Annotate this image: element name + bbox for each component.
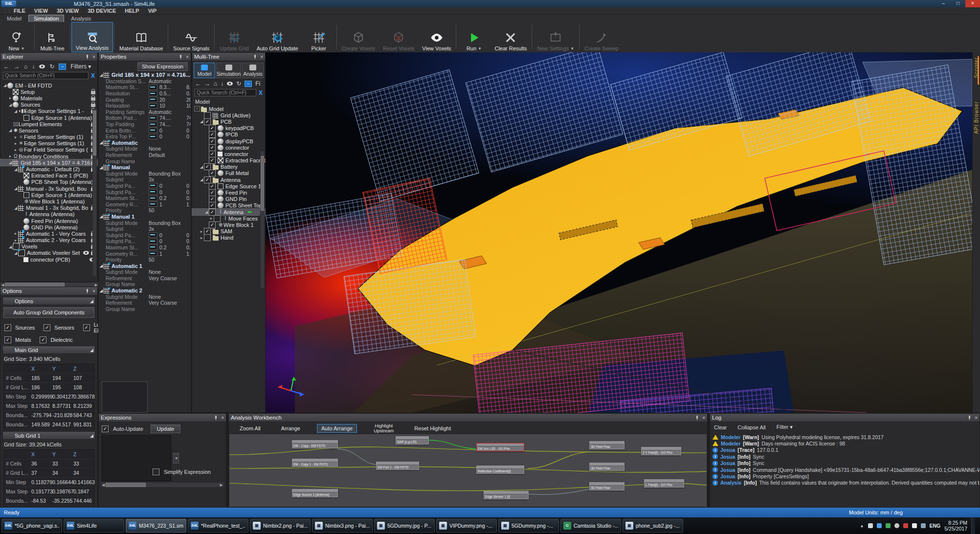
run-button[interactable]: Run▼ [457,22,490,52]
taskbar-item[interactable]: S4LSim4Life [64,519,124,533]
property-value[interactable]: 0 [159,134,186,139]
metals-checkbox[interactable]: ✓ [4,336,11,343]
properties-group-header[interactable]: ◢Manual 1 [99,214,191,220]
visibility-checkbox[interactable]: ✓ [204,118,211,125]
property-value[interactable]: Default [149,152,191,158]
expander-icon[interactable]: ◢ [99,73,104,77]
taskbar-item[interactable]: ▦5GDummy.jpg - P... [374,519,435,533]
visibility-checkbox[interactable]: ✓ [209,131,216,138]
explorer-tree-item[interactable]: ◢Automatic Voxeler Set [0,250,97,256]
tray-expand-icon[interactable]: ▲ [860,524,864,528]
multitree-item[interactable]: ✓connector [192,144,265,151]
property-value[interactable]: 74.... [186,121,191,127]
menu-item-file[interactable]: FILE [14,8,25,14]
reset-highlight-button[interactable]: Reset Highlight [410,424,455,432]
menu-item-3d-view[interactable]: 3D VIEW [57,8,79,14]
explorer-tree-item[interactable]: connector (PCB) [0,256,97,263]
visibility-checkbox[interactable]: ✓ [209,125,216,132]
tray-icon[interactable] [868,523,873,528]
simplify-expression-checkbox[interactable] [153,468,159,475]
taskbar-item[interactable]: ▦phone_sub2.jpg -... [623,519,683,533]
log-entry[interactable]: Modeler[Warn]Using Polyhedral modeling l… [710,434,980,440]
expander-icon[interactable]: ◢ [13,167,18,172]
multitree-item[interactable]: ▸✓SAM [192,228,265,235]
explorer-tree-item[interactable]: ▸◎Far Field Sensor Settings ( [0,147,97,153]
lumped-el-checkbox[interactable]: ✓ [83,324,90,331]
multitree-item[interactable]: ✓displayPCB [192,138,265,144]
show-desktop-button[interactable] [971,517,975,534]
home-icon[interactable]: ⌂ [24,63,27,70]
property-value[interactable]: Very Coarse [149,275,191,281]
taskbar-item[interactable]: ▦Nimbix2.png - Pai... [250,519,311,533]
options-header[interactable]: Options × [0,287,97,295]
visibility-icon[interactable] [227,82,233,86]
slider-toggle[interactable] [149,85,157,90]
slider-toggle[interactable] [149,201,157,207]
slider-toggle[interactable] [149,134,157,139]
explorer-tree-item[interactable]: Feed Pin (Antenna) [0,218,97,224]
menu-item-3d-device[interactable]: 3D DEVICE [88,8,116,14]
visibility-checkbox[interactable] [214,215,221,222]
close-button[interactable]: × [965,0,980,7]
expander-icon[interactable]: ▸ [209,216,214,221]
source-signals-button[interactable]: Source Signals [169,22,213,52]
explorer-tree-item[interactable]: ▸✳Edge Sensor Settings (1) [0,140,97,147]
slider-toggle[interactable] [149,128,157,133]
visibility-checkbox[interactable]: ✓ [209,138,216,145]
expander-icon[interactable]: ◢ [99,214,104,219]
slider-toggle[interactable] [149,196,157,201]
dropdown-arrow-icon[interactable]: ▼ [21,46,25,51]
workbench-node[interactable]: 3D Field Flow [589,463,624,471]
visibility-checkbox[interactable]: ✓ [209,157,216,164]
workbench-node[interactable]: SAR (x,y,z,f0) [396,436,429,445]
property-value[interactable]: 74.... [159,115,186,121]
workbench-node[interactable]: Edge Source 1 (Antenna) [292,489,338,497]
workbench-node[interactable]: L Field(f) - GO Pho [644,479,684,488]
multitree-item[interactable]: ✓PCB Sheet Top [192,202,265,209]
explorer-tree-item[interactable]: ▸ΩBoundary Conditions [0,153,97,159]
tray-icon[interactable] [912,523,917,528]
property-value[interactable]: 8.3... [159,84,186,90]
back-icon[interactable]: ← [195,80,201,87]
log-entry[interactable]: iAnalysis[Info]This field contains value… [710,480,980,486]
clear-results-button[interactable]: Clear Results [490,22,531,52]
options-section-bar[interactable]: Options [2,297,95,305]
api-browser-tab[interactable]: API Browser [974,101,979,134]
explorer-tree-item[interactable]: Extracted Face 1 (PCB) [0,173,97,179]
properties-group-header[interactable]: ◢Automatic 2 [99,288,191,294]
properties-group-header[interactable]: ◢Grid 185 x 194 x 107 = 4.716... [99,72,191,78]
expander-icon[interactable]: ▸ [8,96,13,100]
main-grid-section-bar[interactable]: Main Grid [2,346,95,354]
multitree-item[interactable]: ✓⊕Wire Block 1 [192,222,265,228]
slider-toggle[interactable] [149,239,157,244]
property-value[interactable]: 0.5... [186,90,191,96]
slider-toggle[interactable] [149,245,157,250]
log-entry[interactable]: iJosua[Info]Command [Query Handshake] <9… [710,467,980,473]
filters-dropdown[interactable]: Fi [255,80,260,87]
expander-icon[interactable]: ◢ [99,165,104,170]
taskbar-item[interactable]: ▦VIPDummy.png -... [436,519,497,533]
property-value[interactable]: 3x [149,177,191,182]
property-value[interactable]: 0 [186,238,191,244]
property-value[interactable]: 1 [186,251,191,257]
multitree-item[interactable]: ✓fPCB [192,132,265,138]
explorer-tree-item[interactable]: ⊕Wire Block 1 (Antenna) [0,198,97,204]
log-header[interactable]: Log × [710,414,980,422]
property-value[interactable]: 0 [159,238,186,244]
pager-button[interactable]: ◂ [173,453,179,464]
search-input[interactable]: Quick Search (Ctrl+F) [3,72,89,79]
expander-icon[interactable]: ◢ [199,119,204,124]
visibility-checkbox[interactable]: ✓ [209,144,216,151]
clear-search-icon[interactable]: X [259,89,263,96]
explorer-tree-item[interactable]: Edge Source 1 (Antenna) [0,192,97,198]
maximize-button[interactable]: □ [951,0,965,7]
expander-icon[interactable]: ◢ [199,165,204,169]
loop-icon[interactable]: ↻ [236,80,241,87]
close-icon[interactable]: × [975,415,978,421]
explorer-header[interactable]: Explorer × [0,53,97,61]
expander-icon[interactable]: ▸ [199,236,204,240]
explorer-tree-item[interactable]: ◢Manual - 3x Subgrid, Bou [0,185,97,192]
tab-model[interactable]: Model [2,15,26,22]
expressions-hscrollbar[interactable]: ◀▶ [101,482,224,488]
visibility-checkbox[interactable]: ✓ [204,228,211,235]
